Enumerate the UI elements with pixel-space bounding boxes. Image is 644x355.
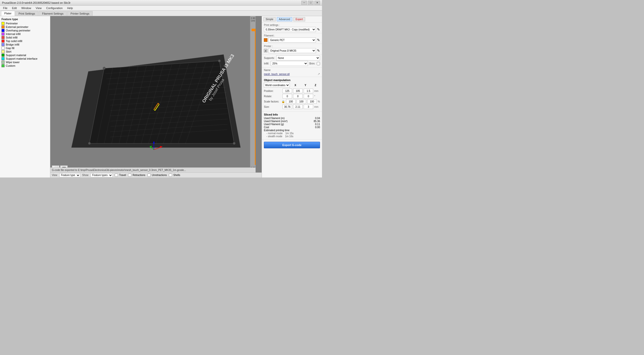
scale-y-input[interactable] xyxy=(297,99,306,104)
file-external-icon[interactable]: ↗ xyxy=(317,72,320,76)
menu-help[interactable]: Help xyxy=(65,6,75,10)
rotate-y-input[interactable] xyxy=(293,94,303,98)
retractions-checkbox[interactable] xyxy=(128,173,131,177)
list-item: External perimeter xyxy=(2,25,49,29)
sliced-info-title: Sliced Info xyxy=(264,113,320,116)
filament-m-row: Used Filament (m) 0.04 xyxy=(264,117,320,120)
export-gcode-button[interactable]: Export G-code xyxy=(264,142,320,148)
position-x-input[interactable] xyxy=(283,89,292,93)
legend-title: Feature type xyxy=(2,18,49,21)
mode-expert-button[interactable]: Expert xyxy=(293,17,305,21)
tab-filament-settings[interactable]: Filament Settings xyxy=(39,11,67,16)
svg-point-39 xyxy=(88,142,91,145)
brim-label: Brim: xyxy=(309,62,315,65)
filament-g-row: Used Filament (g) 0.11 xyxy=(264,123,320,126)
size-z-input[interactable] xyxy=(304,104,313,109)
cost-label: Cost xyxy=(264,126,269,129)
size-x-input[interactable] xyxy=(283,104,292,109)
layer-slider-handle[interactable] xyxy=(252,29,256,31)
position-unit: mm xyxy=(314,90,318,92)
main-area: Feature type Perimeter External perimete… xyxy=(0,16,322,177)
titlebar-title: PrusaSlicer-2.0.0+win64-20190520t652 bas… xyxy=(2,1,70,4)
label-top-solid-infill: Top solid infill xyxy=(6,40,22,43)
filename[interactable]: mesh_touch_sensor.stl xyxy=(264,73,290,76)
print-settings-dropdown[interactable]: 0.30mm DRAFT MK3 - Copy (modified) xyxy=(264,27,316,32)
label-support-material: Support material xyxy=(6,54,26,57)
menu-edit[interactable]: Edit xyxy=(10,6,19,10)
z-coord-label: Z xyxy=(311,84,320,87)
menu-window[interactable]: Window xyxy=(19,6,33,10)
filament-dropdown[interactable]: Generic PET xyxy=(268,38,316,43)
view-label: View xyxy=(52,174,57,176)
travel-checkbox[interactable] xyxy=(115,173,118,177)
filament-edit-icon[interactable]: ✎ xyxy=(317,38,320,42)
rotate-z-input[interactable] xyxy=(304,94,313,98)
menu-file[interactable]: File xyxy=(1,6,10,10)
label-external-perimeter: External perimeter xyxy=(6,25,28,28)
coord-system-dropdown[interactable]: World coordinates xyxy=(264,83,290,88)
view-dropdown[interactable]: Feature type xyxy=(59,173,80,177)
file-row: mesh_touch_sensor.stl ↗ xyxy=(264,72,320,76)
layer-slider-track xyxy=(255,29,256,165)
printer-dropdown[interactable]: Original Prusa i3 MK3S xyxy=(268,48,316,53)
shells-checkbox-label[interactable]: Shells xyxy=(169,173,180,177)
list-item: Solid infill xyxy=(2,36,49,39)
color-overhang-perimeter xyxy=(2,29,5,32)
show-dropdown[interactable]: Feature types xyxy=(91,173,113,177)
unretractions-checkbox-label[interactable]: Unretractions xyxy=(147,173,167,177)
color-solid-infill xyxy=(2,36,5,39)
minimize-button[interactable]: ─ xyxy=(301,1,307,5)
supports-row: Supports: None xyxy=(264,55,320,60)
scale-z-input[interactable] xyxy=(307,99,317,104)
layer-slider[interactable]: 2.90 (10) 0.20 (1) xyxy=(250,16,256,172)
close-button[interactable]: ✕ xyxy=(314,1,320,5)
status-bar: G-code file exported to E:\tmp\Prusa\Ele… xyxy=(50,167,256,172)
menu-view[interactable]: View xyxy=(34,6,44,10)
infill-dropdown[interactable]: 25% xyxy=(271,61,308,66)
scale-unit: % xyxy=(318,100,320,103)
list-item: Bridge infill xyxy=(2,43,49,46)
list-item: Top solid infill xyxy=(2,39,49,43)
supports-infill-section: Supports: None Infill: 25% Brim: xyxy=(262,54,322,68)
label-overhang-perimeter: Overhang perimeter xyxy=(6,29,30,32)
stealth-mode-row: - stealth mode 1m 16s xyxy=(264,135,320,138)
maximize-button[interactable]: □ xyxy=(308,1,313,5)
retractions-checkbox-label[interactable]: Retractions xyxy=(128,173,145,177)
list-item: Gap fill xyxy=(2,46,49,50)
position-z-input[interactable] xyxy=(304,89,313,93)
position-y-input[interactable] xyxy=(293,89,303,93)
stealth-mode-label: - stealth mode xyxy=(266,135,282,138)
infill-row: Infill: 25% Brim: xyxy=(264,61,320,66)
window-controls[interactable]: ─ □ ✕ xyxy=(301,1,320,5)
left-panel: Feature type Perimeter External perimete… xyxy=(0,16,50,177)
print-settings-section: Print settings : 0.30mm DRAFT MK3 - Copy… xyxy=(262,23,322,33)
mode-simple-button[interactable]: Simple xyxy=(263,17,276,21)
label-internal-infill: Internal infill xyxy=(6,32,21,36)
printer-edit-icon[interactable]: ✎ xyxy=(317,49,320,53)
supports-dropdown[interactable]: None xyxy=(276,55,320,60)
tab-plater[interactable]: Plater xyxy=(1,11,15,16)
scale-row: Scale factors: 🔒 % xyxy=(264,99,320,104)
lock-icon[interactable]: 🔒 xyxy=(281,100,285,103)
filament-color-swatch[interactable] xyxy=(264,38,267,42)
tab-printer-settings[interactable]: Printer Settings xyxy=(67,11,93,16)
viewport[interactable]: ORIGINAL PRUSA i3 MK3 by Josef Prusa xyxy=(50,16,262,177)
size-y-input[interactable] xyxy=(293,104,303,109)
supports-label: Supports: xyxy=(264,57,275,59)
filament-m-value: 0.04 xyxy=(315,117,320,120)
filament-g-value: 0.11 xyxy=(315,123,320,126)
unretractions-checkbox[interactable] xyxy=(147,173,151,177)
tab-print-settings[interactable]: Print Settings xyxy=(15,11,38,16)
color-perimeter xyxy=(2,22,5,25)
filament-label: Filament : xyxy=(264,34,320,37)
color-wipe-tower xyxy=(2,61,5,64)
rotate-x-input[interactable] xyxy=(283,94,292,98)
travel-checkbox-label[interactable]: Travel xyxy=(115,173,126,177)
mode-advanced-button[interactable]: Advanced xyxy=(277,17,292,21)
scale-x-input[interactable] xyxy=(286,99,296,104)
brim-checkbox[interactable] xyxy=(317,62,320,65)
print-settings-edit-icon[interactable]: ✎ xyxy=(317,27,320,31)
titlebar: PrusaSlicer-2.0.0+win64-20190520t652 bas… xyxy=(0,0,322,6)
menu-configuration[interactable]: Configuration xyxy=(44,6,64,10)
shells-checkbox[interactable] xyxy=(169,173,172,177)
